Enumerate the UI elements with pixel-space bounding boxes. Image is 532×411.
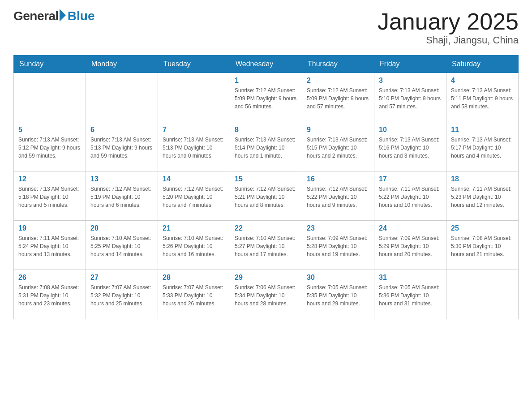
- day-info: Sunrise: 7:13 AM Sunset: 5:14 PM Dayligh…: [235, 136, 297, 160]
- calendar-cell: [158, 73, 230, 122]
- day-info: Sunrise: 7:12 AM Sunset: 5:20 PM Dayligh…: [163, 185, 225, 209]
- calendar-cell: 2Sunrise: 7:12 AM Sunset: 5:09 PM Daylig…: [302, 73, 374, 122]
- day-info: Sunrise: 7:12 AM Sunset: 5:21 PM Dayligh…: [235, 185, 297, 209]
- weekday-header-thursday: Thursday: [302, 56, 374, 73]
- day-number: 21: [163, 224, 225, 232]
- day-number: 29: [235, 274, 297, 282]
- weekday-header-friday: Friday: [374, 56, 446, 73]
- calendar-cell: 23Sunrise: 7:09 AM Sunset: 5:28 PM Dayli…: [302, 221, 374, 270]
- day-info: Sunrise: 7:13 AM Sunset: 5:18 PM Dayligh…: [18, 185, 81, 209]
- calendar-cell: 14Sunrise: 7:12 AM Sunset: 5:20 PM Dayli…: [158, 171, 230, 221]
- day-info: Sunrise: 7:13 AM Sunset: 5:13 PM Dayligh…: [163, 136, 225, 160]
- calendar-cell: 22Sunrise: 7:10 AM Sunset: 5:27 PM Dayli…: [230, 221, 302, 270]
- calendar-cell: 6Sunrise: 7:13 AM Sunset: 5:13 PM Daylig…: [86, 122, 158, 171]
- day-info: Sunrise: 7:11 AM Sunset: 5:24 PM Dayligh…: [18, 234, 81, 258]
- logo-triangle-icon: [60, 9, 66, 21]
- weekday-header-row: SundayMondayTuesdayWednesdayThursdayFrid…: [14, 56, 519, 73]
- weekday-header-wednesday: Wednesday: [230, 56, 302, 73]
- day-info: Sunrise: 7:12 AM Sunset: 5:09 PM Dayligh…: [235, 86, 297, 111]
- calendar-cell: 20Sunrise: 7:10 AM Sunset: 5:25 PM Dayli…: [86, 221, 158, 270]
- calendar-cell: 29Sunrise: 7:06 AM Sunset: 5:34 PM Dayli…: [230, 270, 302, 319]
- day-info: Sunrise: 7:13 AM Sunset: 5:16 PM Dayligh…: [379, 136, 442, 160]
- day-info: Sunrise: 7:12 AM Sunset: 5:22 PM Dayligh…: [307, 185, 369, 209]
- location-subtitle: Shaji, Jiangsu, China: [378, 34, 519, 46]
- day-info: Sunrise: 7:11 AM Sunset: 5:22 PM Dayligh…: [379, 185, 442, 209]
- calendar-cell: 15Sunrise: 7:12 AM Sunset: 5:21 PM Dayli…: [230, 171, 302, 221]
- day-number: 5: [18, 126, 81, 134]
- day-info: Sunrise: 7:13 AM Sunset: 5:15 PM Dayligh…: [307, 136, 369, 160]
- day-number: 20: [90, 224, 153, 232]
- calendar-week-row: 1Sunrise: 7:12 AM Sunset: 5:09 PM Daylig…: [14, 73, 519, 122]
- day-number: 9: [307, 126, 369, 134]
- day-number: 2: [307, 77, 369, 85]
- calendar-cell: 16Sunrise: 7:12 AM Sunset: 5:22 PM Dayli…: [302, 171, 374, 221]
- day-info: Sunrise: 7:06 AM Sunset: 5:34 PM Dayligh…: [235, 283, 297, 308]
- logo: General Blue: [13, 9, 94, 23]
- day-info: Sunrise: 7:07 AM Sunset: 5:33 PM Dayligh…: [163, 283, 225, 308]
- calendar-cell: 11Sunrise: 7:13 AM Sunset: 5:17 PM Dayli…: [446, 122, 519, 171]
- day-info: Sunrise: 7:09 AM Sunset: 5:29 PM Dayligh…: [379, 234, 442, 258]
- day-info: Sunrise: 7:05 AM Sunset: 5:35 PM Dayligh…: [307, 283, 369, 308]
- weekday-header-monday: Monday: [86, 56, 158, 73]
- day-info: Sunrise: 7:05 AM Sunset: 5:36 PM Dayligh…: [379, 283, 442, 308]
- day-info: Sunrise: 7:12 AM Sunset: 5:19 PM Dayligh…: [90, 185, 153, 209]
- day-number: 26: [18, 274, 81, 282]
- day-number: 22: [235, 224, 297, 232]
- day-number: 27: [90, 274, 153, 282]
- title-block: January 2025 Shaji, Jiangsu, China: [378, 9, 519, 46]
- day-number: 8: [235, 126, 297, 134]
- page-header: General Blue January 2025 Shaji, Jiangsu…: [13, 9, 519, 46]
- day-number: 28: [163, 274, 225, 282]
- calendar-cell: 13Sunrise: 7:12 AM Sunset: 5:19 PM Dayli…: [86, 171, 158, 221]
- calendar-cell: 5Sunrise: 7:13 AM Sunset: 5:12 PM Daylig…: [14, 122, 86, 171]
- day-number: 3: [379, 77, 442, 85]
- day-number: 15: [235, 175, 297, 183]
- calendar-cell: 24Sunrise: 7:09 AM Sunset: 5:29 PM Dayli…: [374, 221, 446, 270]
- logo-blue-text: Blue: [68, 9, 95, 23]
- day-info: Sunrise: 7:09 AM Sunset: 5:28 PM Dayligh…: [307, 234, 369, 258]
- calendar-cell: 17Sunrise: 7:11 AM Sunset: 5:22 PM Dayli…: [374, 171, 446, 221]
- weekday-header-sunday: Sunday: [14, 56, 86, 73]
- day-number: 31: [379, 274, 442, 282]
- calendar-week-row: 19Sunrise: 7:11 AM Sunset: 5:24 PM Dayli…: [14, 221, 519, 270]
- day-number: 25: [451, 224, 514, 232]
- day-number: 17: [379, 175, 442, 183]
- calendar-cell: 3Sunrise: 7:13 AM Sunset: 5:10 PM Daylig…: [374, 73, 446, 122]
- calendar-cell: 28Sunrise: 7:07 AM Sunset: 5:33 PM Dayli…: [158, 270, 230, 319]
- day-number: 24: [379, 224, 442, 232]
- calendar-cell: 27Sunrise: 7:07 AM Sunset: 5:32 PM Dayli…: [86, 270, 158, 319]
- weekday-header-tuesday: Tuesday: [158, 56, 230, 73]
- day-number: 11: [451, 126, 514, 134]
- calendar-cell: 26Sunrise: 7:08 AM Sunset: 5:31 PM Dayli…: [14, 270, 86, 319]
- day-number: 18: [451, 175, 514, 183]
- calendar-week-row: 12Sunrise: 7:13 AM Sunset: 5:18 PM Dayli…: [14, 171, 519, 221]
- day-number: 7: [163, 126, 225, 134]
- day-info: Sunrise: 7:13 AM Sunset: 5:17 PM Dayligh…: [451, 136, 514, 160]
- calendar-cell: 30Sunrise: 7:05 AM Sunset: 5:35 PM Dayli…: [302, 270, 374, 319]
- day-info: Sunrise: 7:13 AM Sunset: 5:13 PM Dayligh…: [90, 136, 153, 160]
- calendar-cell: 10Sunrise: 7:13 AM Sunset: 5:16 PM Dayli…: [374, 122, 446, 171]
- day-number: 12: [18, 175, 81, 183]
- day-number: 6: [90, 126, 153, 134]
- day-info: Sunrise: 7:10 AM Sunset: 5:26 PM Dayligh…: [163, 234, 225, 258]
- calendar-week-row: 26Sunrise: 7:08 AM Sunset: 5:31 PM Dayli…: [14, 270, 519, 319]
- calendar-cell: 1Sunrise: 7:12 AM Sunset: 5:09 PM Daylig…: [230, 73, 302, 122]
- day-info: Sunrise: 7:07 AM Sunset: 5:32 PM Dayligh…: [90, 283, 153, 308]
- day-info: Sunrise: 7:11 AM Sunset: 5:23 PM Dayligh…: [451, 185, 514, 209]
- calendar-cell: 19Sunrise: 7:11 AM Sunset: 5:24 PM Dayli…: [14, 221, 86, 270]
- day-info: Sunrise: 7:10 AM Sunset: 5:25 PM Dayligh…: [90, 234, 153, 258]
- day-number: 30: [307, 274, 369, 282]
- calendar-cell: 31Sunrise: 7:05 AM Sunset: 5:36 PM Dayli…: [374, 270, 446, 319]
- day-info: Sunrise: 7:10 AM Sunset: 5:27 PM Dayligh…: [235, 234, 297, 258]
- calendar-cell: 8Sunrise: 7:13 AM Sunset: 5:14 PM Daylig…: [230, 122, 302, 171]
- day-info: Sunrise: 7:13 AM Sunset: 5:11 PM Dayligh…: [451, 86, 514, 111]
- calendar-cell: [446, 270, 519, 319]
- day-info: Sunrise: 7:13 AM Sunset: 5:10 PM Dayligh…: [379, 86, 442, 111]
- day-number: 14: [163, 175, 225, 183]
- day-number: 10: [379, 126, 442, 134]
- calendar-table: SundayMondayTuesdayWednesdayThursdayFrid…: [13, 55, 519, 319]
- day-number: 4: [451, 77, 514, 85]
- month-title: January 2025: [378, 9, 519, 34]
- day-number: 19: [18, 224, 81, 232]
- day-info: Sunrise: 7:08 AM Sunset: 5:31 PM Dayligh…: [18, 283, 81, 308]
